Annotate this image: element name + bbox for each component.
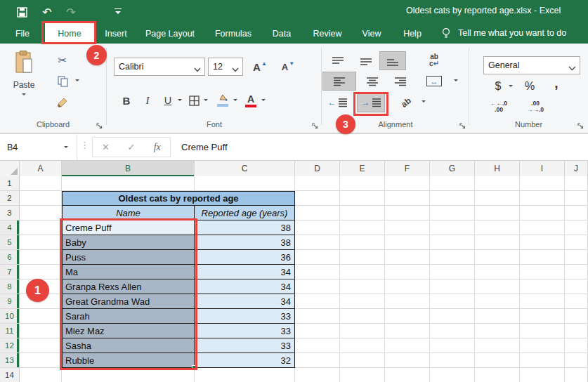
cell-F3[interactable] — [385, 206, 430, 220]
table-title-cell[interactable]: Oldest cats by reported age — [62, 191, 295, 206]
row-header-6[interactable]: 6 — [0, 250, 20, 265]
cell-I11[interactable] — [520, 324, 565, 338]
column-header-G[interactable]: G — [430, 161, 475, 176]
cell-D9[interactable] — [295, 294, 340, 309]
column-header-E[interactable]: E — [340, 161, 385, 176]
cell-F7[interactable] — [385, 265, 430, 279]
cell-A6[interactable] — [20, 250, 62, 265]
cell-G1[interactable] — [430, 176, 475, 191]
cell-B1[interactable] — [62, 176, 195, 191]
cell-A1[interactable] — [20, 176, 62, 191]
cell-F5[interactable] — [385, 235, 430, 250]
cut-button[interactable]: ✂ — [52, 52, 73, 69]
cell-D13[interactable] — [295, 353, 340, 368]
tab-data[interactable]: Data — [264, 23, 299, 44]
tab-help[interactable]: Help — [395, 23, 430, 44]
cell-C7[interactable]: 34 — [195, 265, 295, 279]
align-top-button[interactable] — [325, 51, 351, 70]
cell-C6[interactable]: 36 — [195, 250, 295, 265]
tab-view[interactable]: View — [354, 23, 389, 44]
copy-dropdown-icon[interactable] — [75, 79, 79, 84]
insert-function-icon[interactable]: fx — [144, 142, 170, 153]
cell-H11[interactable] — [475, 324, 520, 338]
tab-file[interactable]: File — [8, 23, 37, 44]
orientation-button[interactable]: ab — [393, 93, 419, 112]
cell-G13[interactable] — [430, 353, 475, 368]
cell-A2[interactable] — [20, 191, 62, 206]
cell-D7[interactable] — [295, 265, 340, 279]
tab-review[interactable]: Review — [306, 23, 348, 44]
cell-G3[interactable] — [430, 206, 475, 220]
row-header-2[interactable]: 2 — [0, 191, 20, 206]
cell-E14[interactable] — [340, 368, 385, 382]
cell-F8[interactable] — [385, 279, 430, 294]
cell-E11[interactable] — [340, 324, 385, 338]
cell-E13[interactable] — [340, 353, 385, 368]
merge-center-button[interactable]: ↔ — [420, 72, 448, 91]
column-header-D[interactable]: D — [295, 161, 340, 176]
column-header-F[interactable]: F — [385, 161, 430, 176]
align-middle-button[interactable] — [353, 51, 379, 70]
cell-F1[interactable] — [385, 176, 430, 191]
cell-H9[interactable] — [475, 294, 520, 309]
cell-J9[interactable] — [565, 294, 588, 309]
cell-A10[interactable] — [20, 309, 62, 324]
cell-D1[interactable] — [295, 176, 340, 191]
cell-I12[interactable] — [520, 338, 565, 353]
cell-I7[interactable] — [520, 265, 565, 279]
cell-E3[interactable] — [340, 206, 385, 220]
cell-G4[interactable] — [430, 220, 475, 235]
increase-indent-button[interactable]: → — [357, 93, 385, 112]
row-header-9[interactable]: 9 — [0, 294, 20, 309]
row-header-10[interactable]: 10 — [0, 309, 20, 324]
decrease-indent-button[interactable]: ← — [323, 93, 351, 112]
currency-button[interactable]: $ — [490, 77, 506, 96]
cell-D3[interactable] — [295, 206, 340, 220]
cell-J10[interactable] — [565, 309, 588, 324]
column-header-B[interactable]: B — [62, 161, 195, 176]
cell-E8[interactable] — [340, 279, 385, 294]
cell-D5[interactable] — [295, 235, 340, 250]
cell-C13[interactable]: 32 — [195, 353, 295, 368]
cell-J8[interactable] — [565, 279, 588, 294]
cell-D8[interactable] — [295, 279, 340, 294]
cell-J14[interactable] — [565, 368, 588, 382]
cell-F14[interactable] — [385, 368, 430, 382]
cell-H10[interactable] — [475, 309, 520, 324]
cell-B9[interactable]: Great Grandma Wad — [62, 294, 195, 309]
bold-button[interactable]: B — [117, 91, 136, 110]
cell-H1[interactable] — [475, 176, 520, 191]
customize-quick-access-icon[interactable] — [115, 8, 122, 14]
underline-dropdown-icon[interactable] — [178, 99, 182, 103]
cell-F13[interactable] — [385, 353, 430, 368]
cell-H7[interactable] — [475, 265, 520, 279]
cell-H3[interactable] — [475, 206, 520, 220]
cell-B10[interactable]: Sarah — [62, 309, 195, 324]
cell-G14[interactable] — [430, 368, 475, 382]
cell-A11[interactable] — [20, 324, 62, 338]
column-header-J[interactable]: J — [565, 161, 588, 176]
cell-B11[interactable]: Miez Maz — [62, 324, 195, 338]
cell-I8[interactable] — [520, 279, 565, 294]
underline-button[interactable]: U — [159, 91, 177, 110]
percent-button[interactable]: % — [521, 77, 538, 96]
cell-E6[interactable] — [340, 250, 385, 265]
row-header-12[interactable]: 12 — [0, 338, 20, 353]
cell-I6[interactable] — [520, 250, 565, 265]
font-size-combo[interactable]: 12 — [208, 58, 243, 76]
format-painter-button[interactable] — [52, 94, 73, 111]
cell-B5[interactable]: Baby — [62, 235, 195, 250]
cell-A13[interactable] — [20, 353, 62, 368]
cell-C1[interactable] — [195, 176, 295, 191]
borders-button[interactable] — [185, 91, 202, 110]
cell-E2[interactable] — [340, 191, 385, 206]
decrease-decimal-button[interactable]: .00 →→.0 — [523, 98, 548, 115]
fill-handle[interactable] — [192, 365, 197, 370]
cell-D4[interactable] — [295, 220, 340, 235]
cell-F9[interactable] — [385, 294, 430, 309]
clipboard-dialog-launcher-icon[interactable] — [96, 119, 105, 128]
copy-button[interactable] — [52, 73, 73, 90]
paste-button[interactable]: Paste — [6, 48, 42, 114]
cell-F2[interactable] — [385, 191, 430, 206]
cell-B3[interactable]: Name — [62, 206, 195, 220]
